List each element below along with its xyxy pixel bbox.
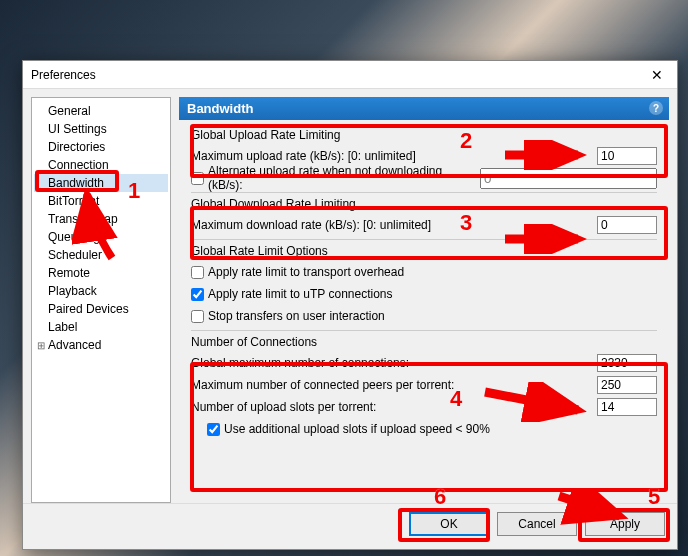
preferences-dialog: Preferences ✕ General UI Settings Direct… [22,60,678,550]
checkbox-alt-upload[interactable] [191,172,204,185]
label-max-upload: Maximum upload rate (kB/s): [0: unlimite… [191,149,597,163]
label-utp: Apply rate limit to uTP connections [208,287,393,301]
cancel-button[interactable]: Cancel [497,512,577,536]
input-max-upload[interactable] [597,147,657,165]
titlebar: Preferences ✕ [23,61,677,89]
checkbox-overhead[interactable] [191,266,204,279]
row-extra-slots: Use additional upload slots if upload sp… [191,419,657,439]
checkbox-stop[interactable] [191,310,204,323]
window-title: Preferences [31,68,96,82]
tree-item-bandwidth[interactable]: Bandwidth [34,174,168,192]
label-alt-upload: Alternate upload rate when not downloadi… [208,164,476,192]
checkbox-extra-slots[interactable] [207,423,220,436]
separator [191,330,657,331]
row-utp: Apply rate limit to uTP connections [191,284,657,304]
row-overhead: Apply rate limit to transport overhead [191,262,657,282]
section-title: Bandwidth [187,101,253,116]
tree-item-bittorrent[interactable]: BitTorrent [34,192,168,210]
button-bar: OK Cancel Apply [23,503,677,543]
label-global-conn: Global maximum number of connections: [191,356,597,370]
apply-button[interactable]: Apply [585,512,665,536]
group-upload-title: Global Upload Rate Limiting [191,128,657,142]
dialog-body: General UI Settings Directories Connecti… [23,89,677,503]
row-slots: Number of upload slots per torrent: [191,397,657,417]
input-slots[interactable] [597,398,657,416]
tree-item-scheduler[interactable]: Scheduler [34,246,168,264]
label-slots: Number of upload slots per torrent: [191,400,597,414]
tree-item-directories[interactable]: Directories [34,138,168,156]
row-global-conn: Global maximum number of connections: [191,353,657,373]
tree-item-paired-devices[interactable]: Paired Devices [34,300,168,318]
checkbox-utp[interactable] [191,288,204,301]
main-panel: Bandwidth ? Global Upload Rate Limiting … [179,97,669,503]
input-peers[interactable] [597,376,657,394]
label-max-download: Maximum download rate (kB/s): [0: unlimi… [191,218,597,232]
row-stop: Stop transfers on user interaction [191,306,657,326]
section-header: Bandwidth ? [179,97,669,120]
row-max-download: Maximum download rate (kB/s): [0: unlimi… [191,215,657,235]
close-button[interactable]: ✕ [637,61,677,89]
row-alt-upload: Alternate upload rate when not downloadi… [191,168,657,188]
group-download-title: Global Download Rate Limiting [191,197,657,211]
tree-item-queueing[interactable]: Queueing [34,228,168,246]
label-peers: Maximum number of connected peers per to… [191,378,597,392]
group-options-title: Global Rate Limit Options [191,244,657,258]
row-max-upload: Maximum upload rate (kB/s): [0: unlimite… [191,146,657,166]
tree-item-connection[interactable]: Connection [34,156,168,174]
help-icon[interactable]: ? [649,101,663,115]
separator [191,192,657,193]
tree-item-advanced[interactable]: ⊞Advanced [34,336,168,354]
expand-icon[interactable]: ⊞ [36,340,46,351]
input-alt-upload[interactable] [480,168,657,189]
tree-item-transfer-cap[interactable]: Transfer Cap [34,210,168,228]
label-stop: Stop transfers on user interaction [208,309,385,323]
ok-button[interactable]: OK [409,512,489,536]
tree-item-remote[interactable]: Remote [34,264,168,282]
separator [191,239,657,240]
group-connections-title: Number of Connections [191,335,657,349]
input-max-download[interactable] [597,216,657,234]
content-area: Global Upload Rate Limiting Maximum uplo… [179,120,669,503]
tree-item-label[interactable]: Label [34,318,168,336]
tree-item-general[interactable]: General [34,102,168,120]
tree-item-playback[interactable]: Playback [34,282,168,300]
label-extra-slots: Use additional upload slots if upload sp… [224,422,490,436]
input-global-conn[interactable] [597,354,657,372]
label-overhead: Apply rate limit to transport overhead [208,265,404,279]
tree-item-ui-settings[interactable]: UI Settings [34,120,168,138]
row-peers: Maximum number of connected peers per to… [191,375,657,395]
category-tree[interactable]: General UI Settings Directories Connecti… [31,97,171,503]
